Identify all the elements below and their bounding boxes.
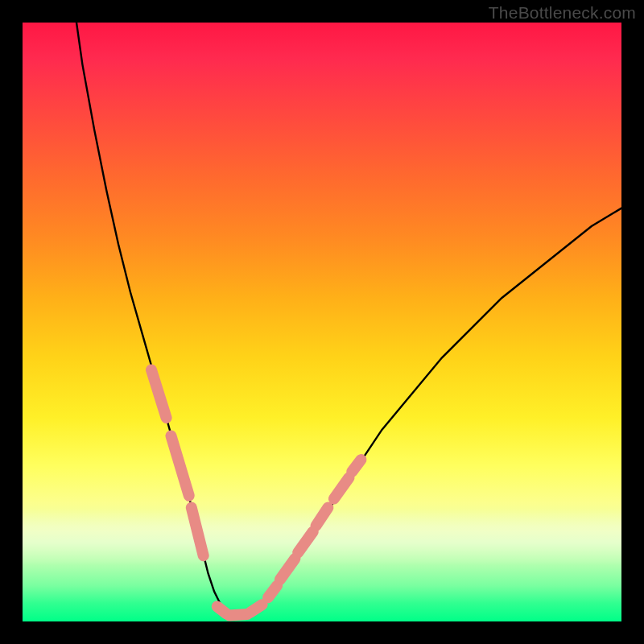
highlight-segment [229, 614, 247, 616]
highlight-segment [217, 606, 226, 613]
pale-band [23, 509, 621, 565]
curve-line [76, 23, 621, 616]
highlight-segment [280, 559, 295, 580]
highlight-segment [352, 460, 361, 472]
highlight-segment [268, 585, 277, 597]
highlight-segment [192, 508, 204, 556]
highlight-segment [298, 531, 313, 552]
highlight-segment [151, 370, 167, 419]
chart-stage: TheBottleneck.com [0, 0, 644, 644]
highlight-segment [334, 477, 349, 498]
highlight-segment [250, 605, 262, 613]
highlight-segments [151, 370, 361, 616]
chart-svg [23, 23, 621, 621]
highlight-segment [171, 436, 189, 495]
watermark-text: TheBottleneck.com [489, 3, 636, 23]
plot-area [23, 23, 621, 621]
highlight-segment [316, 508, 328, 526]
